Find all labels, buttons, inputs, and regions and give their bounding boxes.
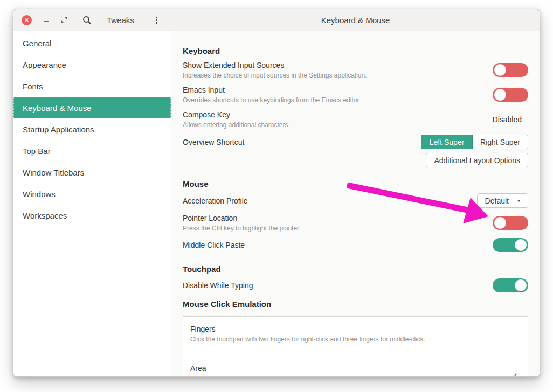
setting-description: Overrides shortcuts to use keybindings f… [183, 96, 486, 104]
dropdown-value: Default [485, 197, 509, 205]
emacs-input-toggle[interactable] [493, 88, 528, 102]
sidebar-item-top-bar[interactable]: Top Bar [13, 140, 171, 162]
right-super-option[interactable]: Right Super [473, 135, 528, 149]
setting-title: Show Extended Input Sources [183, 60, 486, 70]
toggle-knob [494, 217, 506, 229]
setting-row-emacs-input: Emacs Input Overrides shortcuts to use k… [183, 85, 528, 104]
mouse-section-heading: Mouse [183, 179, 528, 188]
restore-icon [61, 17, 67, 23]
sidebar-item-workspaces[interactable]: Workspaces [13, 205, 171, 226]
titlebar-left: – Tweaks [13, 15, 171, 26]
toggle-knob [494, 64, 506, 76]
minimize-button[interactable]: – [42, 16, 51, 24]
setting-row-acceleration-profile: Acceleration Profile Default ▾ [183, 193, 528, 208]
close-button[interactable] [22, 15, 32, 25]
setting-title: Emacs Input [183, 85, 486, 95]
disable-while-typing-toggle[interactable] [493, 278, 528, 292]
tweaks-window: – Tweaks Keyboard & Mouse Gener [13, 9, 540, 377]
setting-row-extended-input-sources: Show Extended Input Sources Increases th… [183, 60, 528, 80]
sidebar-item-windows[interactable]: Windows [13, 183, 171, 205]
chevron-down-icon: ▾ [517, 198, 520, 204]
option-title: Fingers [190, 324, 521, 334]
sidebar: General Appearance Fonts Keyboard & Mous… [13, 31, 171, 376]
setting-row-overview-shortcut: Overview Shortcut Left Super Right Super [183, 135, 528, 149]
sidebar-item-keyboard-mouse[interactable]: Keyboard & Mouse [13, 97, 171, 118]
keyboard-section-heading: Keyboard [183, 46, 528, 55]
click-emulation-option-fingers[interactable]: Fingers Click the touchpad with two fing… [183, 317, 528, 356]
toggle-knob [494, 89, 506, 101]
setting-row-middle-click-paste: Middle Click Paste [183, 238, 528, 252]
search-button[interactable] [82, 15, 92, 25]
setting-description: Press the Ctrl key to highlight the poin… [183, 225, 486, 233]
overview-shortcut-segmented: Left Super Right Super [421, 135, 528, 149]
option-description: Click the touchpad with two fingers for … [190, 335, 521, 344]
compose-key-value[interactable]: Disabled [493, 115, 522, 124]
sidebar-item-fonts[interactable]: Fonts [13, 75, 171, 97]
setting-title: Compose Key [183, 110, 486, 120]
setting-title: Disable While Typing [183, 281, 486, 290]
titlebar: – Tweaks Keyboard & Mouse [13, 9, 540, 31]
middle-click-paste-toggle[interactable] [493, 238, 528, 252]
mouse-click-emulation-heading: Mouse Click Emulation [183, 299, 528, 309]
click-emulation-list: Fingers Click the touchpad with two fing… [183, 316, 528, 376]
sidebar-item-general[interactable]: General [13, 32, 171, 54]
restore-button[interactable] [60, 16, 68, 24]
check-icon: ✓ [511, 370, 519, 376]
touchpad-section-heading: Touchpad [183, 264, 528, 274]
toggle-knob [515, 239, 527, 251]
close-icon [24, 18, 29, 23]
setting-title: Acceleration Profile [183, 196, 471, 206]
additional-layout-options-button[interactable]: Additional Layout Options [426, 153, 528, 167]
setting-title: Pointer Location [183, 213, 486, 223]
settings-panel: Keyboard Show Extended Input Sources Inc… [171, 31, 540, 376]
sidebar-item-startup-applications[interactable]: Startup Applications [13, 118, 171, 140]
kebab-icon [156, 17, 157, 18]
app-title: Tweaks [107, 16, 134, 25]
click-emulation-option-area[interactable]: Area Click the bottom right of the touch… [183, 356, 528, 376]
setting-description: Increases the choice of input sources in… [183, 72, 486, 80]
option-title: Area [190, 363, 521, 373]
setting-row-pointer-location: Pointer Location Press the Ctrl key to h… [183, 213, 528, 233]
pointer-location-toggle[interactable] [493, 216, 528, 230]
page-title: Keyboard & Mouse [171, 16, 540, 25]
setting-row-compose-key: Compose Key Allows entering additional c… [183, 110, 528, 129]
setting-description: Allows entering additional characters. [183, 121, 486, 129]
toggle-knob [515, 279, 527, 291]
sidebar-item-window-titlebars[interactable]: Window Titlebars [13, 162, 171, 183]
extended-input-sources-toggle[interactable] [493, 63, 528, 77]
option-description: Click the bottom right of the touchpad f… [190, 375, 521, 376]
search-icon [82, 16, 92, 25]
acceleration-profile-dropdown[interactable]: Default ▾ [477, 193, 528, 208]
left-super-option[interactable]: Left Super [421, 135, 473, 149]
setting-title: Middle Click Paste [183, 240, 486, 250]
menu-button[interactable] [154, 15, 160, 26]
setting-title: Overview Shortcut [183, 137, 414, 147]
setting-row-disable-while-typing: Disable While Typing [183, 278, 528, 292]
sidebar-item-appearance[interactable]: Appearance [13, 54, 171, 75]
